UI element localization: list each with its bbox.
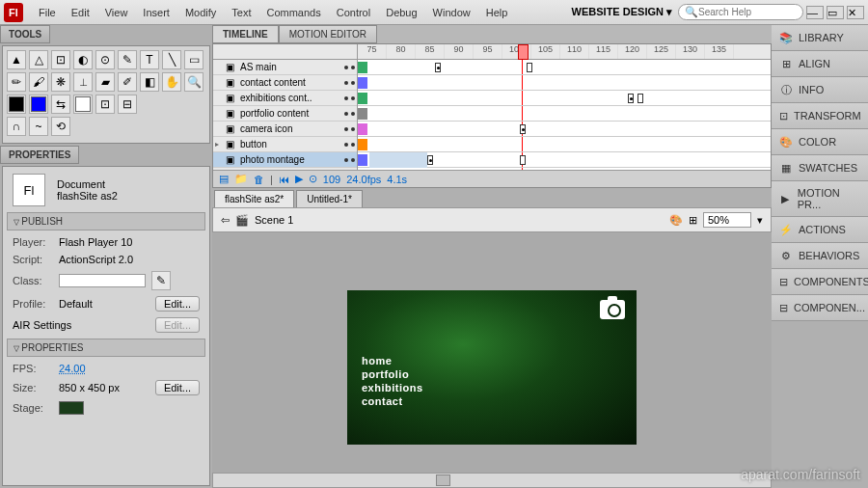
workspace-switcher[interactable]: WEBSITE DESIGN ▾: [566, 6, 678, 18]
swatches-panel-button[interactable]: ▦SWATCHES: [772, 155, 868, 181]
no-color[interactable]: [73, 95, 93, 114]
class-edit-icon[interactable]: ✎: [151, 271, 171, 290]
search-input[interactable]: [698, 7, 795, 17]
option-snap[interactable]: ⊡: [95, 95, 115, 114]
motion-editor-tab[interactable]: MOTION EDITOR: [279, 25, 377, 43]
menu-modify[interactable]: Modify: [177, 3, 224, 22]
library-panel-button[interactable]: 📚LIBRARY: [772, 25, 868, 51]
close-button[interactable]: ✕: [847, 6, 864, 19]
swap-colors[interactable]: ⇆: [51, 95, 70, 114]
help-search[interactable]: 🔍: [678, 4, 803, 20]
class-input[interactable]: [59, 274, 146, 287]
actions-panel-button[interactable]: ⚡ACTIONS: [772, 217, 868, 243]
layer-row[interactable]: ▸▣button: [213, 137, 357, 152]
minimize-button[interactable]: —: [806, 6, 824, 19]
paint-bucket-tool[interactable]: ▰: [95, 72, 115, 92]
rectangle-tool[interactable]: ▭: [184, 50, 203, 69]
components-icon: ⊟: [779, 275, 788, 288]
onion-skin-icon[interactable]: ⊙: [309, 173, 317, 185]
fps-value[interactable]: 24.00: [59, 363, 86, 374]
new-folder-icon[interactable]: 📁: [234, 173, 248, 185]
properties-section[interactable]: PROPERTIES: [7, 339, 205, 357]
zoom-dropdown-icon[interactable]: ▾: [757, 214, 763, 227]
3d-rotation-tool[interactable]: ◐: [73, 50, 93, 69]
stroke-color[interactable]: [7, 95, 26, 114]
app-logo: Fl: [4, 3, 23, 22]
option-smooth[interactable]: ⊟: [118, 95, 137, 114]
timeline-tab[interactable]: TIMELINE: [212, 25, 279, 43]
menu-help[interactable]: Help: [478, 3, 516, 22]
edit-symbols-icon[interactable]: ⊞: [689, 214, 697, 227]
menu-edit[interactable]: Edit: [64, 3, 97, 22]
menu-file[interactable]: File: [31, 3, 64, 22]
restore-button[interactable]: ▭: [827, 6, 844, 19]
layer-row[interactable]: ▣portfolio content: [213, 106, 357, 122]
zoom-tool[interactable]: 🔍: [184, 72, 203, 92]
brush-tool[interactable]: 🖌: [29, 72, 48, 92]
pencil-tool[interactable]: ✏: [7, 72, 26, 92]
option-magnet[interactable]: ∩: [7, 117, 26, 136]
selection-tool[interactable]: ▲: [7, 50, 26, 69]
size-edit-button[interactable]: Edit...: [155, 380, 200, 395]
back-icon[interactable]: ⇦: [221, 214, 230, 227]
text-tool[interactable]: T: [140, 50, 159, 69]
scene-name[interactable]: Scene 1: [255, 214, 293, 226]
tools-panel: ▲ △ ⊡ ◐ ⊙ ✎ T ╲ ▭ ✏ 🖌 ❋ ⟂ ▰ ✐ ◧ ✋ 🔍: [2, 45, 210, 144]
new-layer-icon[interactable]: ▤: [219, 173, 229, 185]
stage-menu-item: contact: [362, 395, 423, 407]
components-panel-button[interactable]: ⊟COMPONENTS: [772, 269, 868, 295]
delete-layer-icon[interactable]: 🗑: [254, 174, 264, 185]
layer-row[interactable]: ▣photo montage: [213, 152, 357, 168]
layer-row[interactable]: ▣camera icon: [213, 122, 357, 137]
eraser-tool[interactable]: ◧: [140, 72, 159, 92]
menu-text[interactable]: Text: [224, 3, 258, 22]
subselection-tool[interactable]: △: [29, 50, 48, 69]
align-panel-button[interactable]: ⊞ALIGN: [772, 51, 868, 77]
layer-row[interactable]: ▣AS main: [213, 60, 357, 75]
option-straighten[interactable]: ~: [29, 117, 48, 136]
fill-color[interactable]: [29, 95, 48, 114]
info-panel-button[interactable]: ⓘINFO: [772, 77, 868, 103]
hand-tool[interactable]: ✋: [162, 72, 181, 92]
layer-list: ▣AS main ▣contact content ▣exhibitions c…: [213, 44, 358, 170]
bone-tool[interactable]: ⟂: [73, 72, 93, 92]
menu-window[interactable]: Window: [425, 3, 478, 22]
menu-debug[interactable]: Debug: [378, 3, 424, 22]
profile-edit-button[interactable]: Edit...: [155, 296, 200, 312]
layer-row[interactable]: ▣contact content: [213, 75, 357, 91]
stage-color-swatch[interactable]: [59, 401, 84, 415]
motion-presets-panel-button[interactable]: ▶MOTION PR...: [772, 181, 868, 217]
frame-ruler[interactable]: 7580859095100105110115120125130135: [358, 44, 771, 60]
menu-commands[interactable]: Commands: [258, 3, 328, 22]
frames-area[interactable]: 7580859095100105110115120125130135: [358, 44, 771, 170]
play-icon[interactable]: ▶: [295, 173, 303, 185]
stage-canvas[interactable]: home portfolio exhibitions contact: [347, 290, 637, 445]
tools-panel-tab[interactable]: TOOLS: [0, 25, 50, 43]
document-tab[interactable]: Untitled-1*: [296, 190, 363, 207]
horizontal-scrollbar[interactable]: [212, 473, 772, 488]
zoom-level[interactable]: [703, 212, 751, 228]
line-tool[interactable]: ╲: [162, 50, 181, 69]
option-misc[interactable]: ⟲: [51, 117, 70, 136]
stage-menu-item: exhibitions: [362, 382, 423, 393]
pen-tool[interactable]: ✎: [118, 50, 137, 69]
publish-section[interactable]: PUBLISH: [7, 212, 205, 230]
lasso-tool[interactable]: ⊙: [95, 50, 115, 69]
behaviors-panel-button[interactable]: ⚙BEHAVIORS: [772, 243, 868, 269]
rewind-icon[interactable]: ⏮: [279, 174, 289, 185]
color-panel-button[interactable]: 🎨COLOR: [772, 129, 868, 155]
document-tab[interactable]: flashSite as2*: [214, 190, 294, 207]
free-transform-tool[interactable]: ⊡: [51, 50, 70, 69]
component-inspector-panel-button[interactable]: ⊟COMPONEN...: [772, 295, 868, 321]
menu-view[interactable]: View: [97, 3, 136, 22]
menu-control[interactable]: Control: [329, 3, 378, 22]
menu-insert[interactable]: Insert: [135, 3, 177, 22]
watermark: aparat.com/farinsoft: [741, 467, 860, 482]
eyedropper-tool[interactable]: ✐: [118, 72, 137, 92]
transform-panel-button[interactable]: ⊡TRANSFORM: [772, 103, 868, 129]
layer-row[interactable]: ▣exhibitions cont..: [213, 91, 357, 106]
stage-area[interactable]: home portfolio exhibitions contact: [212, 232, 772, 473]
deco-tool[interactable]: ❋: [51, 72, 70, 92]
properties-panel-tab[interactable]: PROPERTIES: [0, 146, 79, 164]
edit-scene-icon[interactable]: 🎨: [669, 214, 683, 227]
